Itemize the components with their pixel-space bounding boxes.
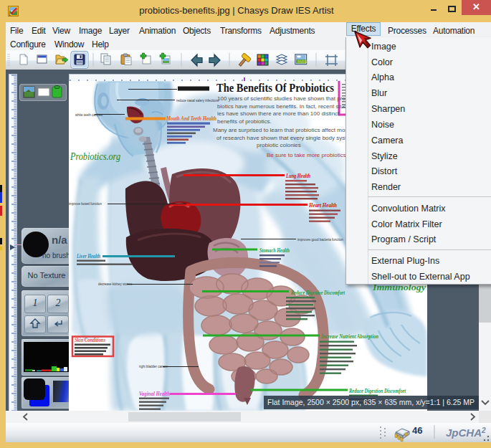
svg-text:100 years of scientific studie: 100 years of scientific studies have sho… bbox=[217, 95, 348, 102]
svg-text:Liver Health: Liver Health bbox=[76, 252, 100, 259]
svg-text:Be sure to take more probiotic: Be sure to take more probiotics so bbox=[267, 152, 354, 158]
svg-text:improve bowel function: improve bowel function bbox=[69, 202, 103, 206]
svg-text:biotics have numerous benefits: biotics have numerous benefits. In fact,… bbox=[217, 103, 349, 110]
svg-text:JpCHA2: JpCHA2 bbox=[446, 426, 486, 439]
svg-text:probiotic colonies: probiotic colonies bbox=[257, 142, 301, 148]
svg-text:46: 46 bbox=[412, 425, 422, 436]
svg-text:PARIS: PARIS bbox=[297, 60, 307, 64]
svg-text:benefits of probiotics.: benefits of probiotics. bbox=[217, 118, 272, 125]
svg-text:Vaginal Health: Vaginal Health bbox=[139, 390, 170, 397]
svg-text:Probiotics.org: Probiotics.org bbox=[70, 151, 120, 162]
svg-text:ies have shown there are more: ies have shown there are more than 100 d… bbox=[217, 110, 340, 117]
svg-text:Reduce Digestive Discomfort: Reduce Digestive Discomfort bbox=[290, 289, 345, 296]
svg-text:Stomach Health: Stomach Health bbox=[259, 247, 290, 254]
svg-text:Many are surprised to learn th: Many are surprised to learn that probiot… bbox=[213, 127, 356, 133]
svg-text:Reduce Digestion Discomfort: Reduce Digestion Discomfort bbox=[348, 387, 406, 394]
svg-text:Skin Conditions: Skin Conditions bbox=[75, 336, 106, 343]
svg-text:white teeth cavities: white teeth cavities bbox=[75, 113, 103, 117]
svg-text:improves good bacteria functio: improves good bacteria function bbox=[297, 238, 343, 242]
svg-text:Lung Health: Lung Health bbox=[285, 172, 310, 179]
svg-text:Increase Nutrient Absorption: Increase Nutrient Absorption bbox=[320, 333, 378, 340]
svg-text:The Benefits Of Probiotics: The Benefits Of Probiotics bbox=[216, 82, 334, 94]
svg-text:of research have shown that ev: of research have shown that every single… bbox=[216, 135, 361, 141]
svg-text:reduce nasal salery infections: reduce nasal salery infections bbox=[176, 99, 219, 103]
svg-text:Heart Health: Heart Health bbox=[308, 201, 337, 209]
svg-text:Mouth And Teeth Health: Mouth And Teeth Health bbox=[166, 115, 216, 122]
